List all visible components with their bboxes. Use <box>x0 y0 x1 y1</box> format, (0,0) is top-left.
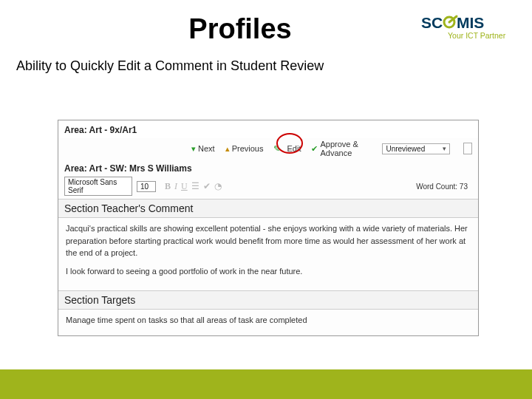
font-size-select[interactable]: 10 <box>137 181 156 192</box>
svg-text:MIS: MIS <box>457 14 484 31</box>
window-title: Area: Art - 9x/Ar1 <box>58 120 478 138</box>
word-count: Word Count: 73 <box>416 183 472 191</box>
teacher-comment-body[interactable]: Jacqui's practical skills are showing ex… <box>58 218 478 290</box>
arrow-up-icon: ▴ <box>225 144 230 154</box>
color-swatch[interactable] <box>463 143 472 154</box>
chevron-down-icon: ▾ <box>443 145 446 152</box>
section-header-comment: Section Teacher's Comment <box>58 199 478 218</box>
comment-paragraph: I look forward to seeing a good portfoli… <box>66 265 471 278</box>
edit-label: Edit <box>287 144 301 153</box>
approve-advance-button[interactable]: ✔ Approve & Advance <box>311 140 367 157</box>
font-select[interactable]: Microsoft Sans Serif <box>64 177 132 196</box>
student-review-window: Area: Art - 9x/Ar1 ▾ Next ▴ Previous ✎ E… <box>58 120 479 336</box>
check-icon: ✔ <box>311 144 318 154</box>
subtitle: Ability to Quickly Edit a Comment in Stu… <box>16 58 532 74</box>
bold-icon[interactable]: B <box>165 181 171 192</box>
clock-icon[interactable]: ◔ <box>214 181 222 192</box>
next-label: Next <box>198 144 215 153</box>
subarea-title: Area: Art - SW: Mrs S Williams <box>58 160 478 175</box>
svg-text:SC: SC <box>421 14 443 31</box>
targets-body[interactable]: Manage time spent on tasks so that all a… <box>58 310 478 336</box>
spellcheck-icon[interactable]: ✔ <box>203 181 211 192</box>
footer-bar <box>0 369 532 399</box>
status-dropdown[interactable]: Unreviewed ▾ <box>382 143 450 154</box>
comment-paragraph: Jacqui's practical skills are showing ex… <box>66 222 471 259</box>
format-bar: Microsoft Sans Serif 10 B I U ☰ ✔ ◔ Word… <box>58 175 478 199</box>
list-icon[interactable]: ☰ <box>191 181 200 192</box>
approve-label: Approve & Advance <box>320 140 367 157</box>
previous-label: Previous <box>232 144 264 153</box>
arrow-down-icon: ▾ <box>191 144 196 154</box>
brand-logo: SC MIS Your ICT Partner <box>421 13 514 43</box>
target-paragraph: Manage time spent on tasks so that all a… <box>66 314 471 327</box>
previous-button[interactable]: ▴ Previous <box>225 144 264 154</box>
logo-tagline: Your ICT Partner <box>448 31 506 40</box>
next-button[interactable]: ▾ Next <box>191 144 215 154</box>
pencil-icon: ✎ <box>273 144 280 154</box>
status-value: Unreviewed <box>386 145 425 153</box>
italic-icon[interactable]: I <box>174 181 177 192</box>
underline-icon[interactable]: U <box>181 181 188 192</box>
toolbar: ▾ Next ▴ Previous ✎ Edit ✔ Approve & Adv… <box>58 138 478 160</box>
section-header-targets: Section Targets <box>58 290 478 310</box>
edit-button[interactable]: ✎ Edit <box>273 144 301 154</box>
